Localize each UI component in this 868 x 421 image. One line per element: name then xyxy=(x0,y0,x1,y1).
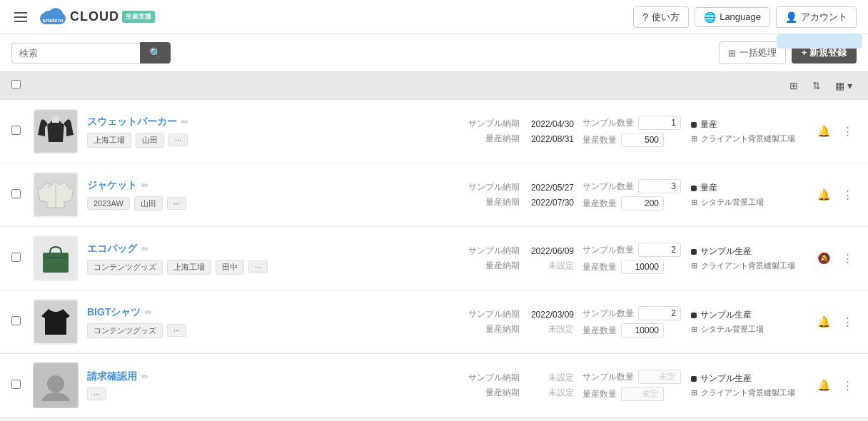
product-name[interactable]: 請求確認用 xyxy=(87,370,137,383)
more-options-button[interactable]: ⋮ xyxy=(839,250,857,267)
bell-icon[interactable]: 🔔 xyxy=(814,186,834,203)
more-options-button[interactable]: ⋮ xyxy=(839,123,857,140)
product-tag[interactable]: 上海工場 xyxy=(167,260,211,275)
more-tags-button[interactable]: ··· xyxy=(248,260,268,273)
mass-date-label: 量産納期 xyxy=(485,133,520,145)
bell-muted-icon[interactable]: 🔕 xyxy=(814,250,834,267)
dates-section: サンプル納期 2022/05/27 量産納期 2022/07/30 xyxy=(445,181,574,208)
row-actions: 🔕 ⋮ xyxy=(814,250,857,267)
more-options-button[interactable]: ⋮ xyxy=(839,313,857,330)
row-checkbox-input[interactable] xyxy=(11,380,21,389)
mass-date-label: 量産納期 xyxy=(485,323,520,335)
select-all-input[interactable] xyxy=(11,80,21,89)
sample-qty-row: サンプル数量 xyxy=(582,179,682,193)
mass-date-row: 量産納期 2022/08/31 xyxy=(485,133,574,145)
mass-date-row: 量産納期 未設定 xyxy=(485,260,574,272)
bell-icon[interactable]: 🔔 xyxy=(814,313,834,330)
edit-icon[interactable]: ✏ xyxy=(141,181,148,191)
search-button[interactable]: 🔍 xyxy=(140,42,171,64)
row-checkbox[interactable] xyxy=(11,380,24,391)
mass-qty-input[interactable] xyxy=(621,196,664,210)
mass-qty-input[interactable] xyxy=(621,133,664,147)
mass-qty-row: 量産数量 xyxy=(582,323,682,338)
sample-qty-input[interactable] xyxy=(638,179,681,193)
more-tags-button[interactable]: ··· xyxy=(167,324,186,337)
product-tag[interactable]: コンテンツグッズ xyxy=(87,260,163,275)
dates-section: サンプル納期 2022/03/09 量産納期 未設定 xyxy=(445,308,574,335)
more-options-button[interactable]: ⋮ xyxy=(839,186,857,203)
bell-icon[interactable]: 🔔 xyxy=(814,377,834,394)
batch-button[interactable]: ⊞ 一括処理 xyxy=(719,41,786,64)
bell-icon[interactable]: 🔔 xyxy=(814,123,834,140)
mass-qty-input[interactable] xyxy=(621,260,664,274)
factory-icon: ⊞ xyxy=(691,261,697,270)
row-checkbox-input[interactable] xyxy=(11,253,21,262)
edit-icon[interactable]: ✏ xyxy=(141,372,148,382)
product-name[interactable]: スウェットパーカー xyxy=(87,116,177,128)
factory-row: ⊞ クライアント背景縫製工場 xyxy=(691,133,805,144)
language-button[interactable]: 🌐 Language xyxy=(695,7,770,27)
product-tag[interactable]: 2023AW xyxy=(87,197,130,210)
sample-qty-label: サンプル数量 xyxy=(582,371,634,383)
product-tag[interactable]: コンテンツグッズ xyxy=(87,323,163,338)
menu-button[interactable] xyxy=(11,9,30,25)
help-button[interactable]: ? 使い方 xyxy=(633,6,689,28)
mass-date-row: 量産納期 未設定 xyxy=(485,387,574,399)
product-info: 請求確認用 ✏ ··· xyxy=(87,370,437,400)
mass-qty-input[interactable] xyxy=(621,323,664,338)
logo-area: sitateru CLOUD 生産支援 xyxy=(39,7,155,27)
sample-qty-input[interactable] xyxy=(638,306,681,320)
sample-qty-input[interactable] xyxy=(638,370,681,384)
mass-date-label: 量産納期 xyxy=(485,387,520,399)
row-checkbox-input[interactable] xyxy=(11,126,21,135)
more-tags-button[interactable]: ··· xyxy=(168,133,188,146)
mass-qty-label: 量産数量 xyxy=(582,134,617,146)
more-tags-button[interactable]: ··· xyxy=(87,387,106,400)
mass-qty-row: 量産数量 xyxy=(582,260,682,274)
account-button[interactable]: 👤 アカウント xyxy=(776,6,857,28)
more-tags-button[interactable]: ··· xyxy=(167,197,186,210)
more-options-button[interactable]: ⋮ xyxy=(839,377,857,394)
row-actions: 🔔 ⋮ xyxy=(814,186,857,203)
mass-date-row: 量産納期 未設定 xyxy=(485,323,574,335)
edit-icon[interactable]: ✏ xyxy=(181,117,188,127)
row-checkbox-input[interactable] xyxy=(11,189,21,198)
product-info: BIGTシャツ ✏ コンテンツグッズ··· xyxy=(87,306,437,338)
search-input[interactable] xyxy=(11,43,140,64)
select-all-checkbox[interactable] xyxy=(11,80,21,91)
sample-qty-input[interactable] xyxy=(638,243,681,257)
view-options-button[interactable]: ▦ ▾ xyxy=(831,78,857,93)
row-checkbox[interactable] xyxy=(11,126,24,137)
row-actions: 🔔 ⋮ xyxy=(814,313,857,330)
mass-qty-label: 量産数量 xyxy=(582,388,617,400)
header-left: sitateru CLOUD 生産支援 xyxy=(11,7,155,27)
sample-date-label: サンプル納期 xyxy=(468,118,520,130)
edit-icon[interactable]: ✏ xyxy=(145,308,152,318)
sort-button[interactable]: ⇅ xyxy=(808,78,825,93)
product-tag[interactable]: 上海工場 xyxy=(87,133,131,148)
globe-icon: 🌐 xyxy=(704,11,716,23)
row-checkbox-input[interactable] xyxy=(11,316,21,325)
product-tag[interactable]: 田中 xyxy=(216,260,244,275)
logo-cloud-icon: sitateru xyxy=(39,7,67,27)
dropdown-hint xyxy=(777,34,862,49)
product-tag[interactable]: 山田 xyxy=(134,196,163,211)
row-checkbox[interactable] xyxy=(11,316,24,328)
product-name[interactable]: ジャケット xyxy=(87,179,137,192)
grid-view-button[interactable]: ⊞ xyxy=(785,78,802,93)
row-checkbox[interactable] xyxy=(11,189,24,201)
status-row: サンプル生産 xyxy=(691,372,805,385)
product-tag[interactable]: 山田 xyxy=(136,133,164,148)
status-text: サンプル生産 xyxy=(700,309,752,321)
mass-qty-label: 量産数量 xyxy=(582,261,617,273)
mass-qty-input[interactable] xyxy=(621,387,664,401)
product-name[interactable]: BIGTシャツ xyxy=(87,306,141,319)
factory-icon: ⊞ xyxy=(691,325,697,334)
sample-qty-input[interactable] xyxy=(638,116,681,130)
sample-date-label: サンプル納期 xyxy=(468,372,520,384)
edit-icon[interactable]: ✏ xyxy=(141,244,148,254)
product-info: スウェットパーカー ✏ 上海工場山田··· xyxy=(87,116,437,148)
row-checkbox[interactable] xyxy=(11,253,24,264)
mass-date-value: 未設定 xyxy=(524,387,574,399)
product-name[interactable]: エコバッグ xyxy=(87,243,137,255)
